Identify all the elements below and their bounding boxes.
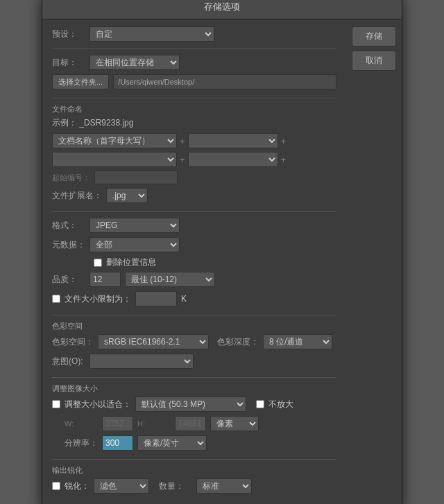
target-select[interactable]: 在相同位置存储 — [89, 55, 180, 70]
select-folder-button[interactable]: 选择文件夹... — [52, 74, 109, 89]
right-buttons: 存储 取消 — [346, 19, 402, 504]
serial-input[interactable] — [94, 171, 178, 184]
quality-desc-select[interactable]: 最佳 (10-12) — [125, 272, 215, 287]
preset-row: 预设： 自定 — [52, 26, 336, 42]
metadata-select[interactable]: 全部 — [89, 237, 180, 252]
preset-label: 预设： — [52, 28, 85, 40]
title-bar: 存储选项 — [42, 0, 402, 19]
h-input[interactable] — [175, 416, 206, 431]
resize-section-label: 调整图像大小 — [52, 383, 336, 394]
format-select[interactable]: JPEG — [89, 218, 180, 233]
limit-unit: K — [181, 294, 187, 304]
dialog: 存储选项 预设： 自定 目标： 在相同位置存储 选择文 — [42, 0, 402, 504]
no-enlarge-checkbox[interactable] — [256, 400, 264, 408]
main-panel: 预设： 自定 目标： 在相同位置存储 选择文件夹... /Users/qiwen… — [42, 19, 346, 504]
preset-select[interactable]: 自定 — [89, 26, 214, 42]
filename-preview: 示例： _DSR9238.jpg — [52, 117, 336, 129]
preview-value: _DSR9238.jpg — [79, 118, 133, 128]
format-section: 格式： JPEG 元数据： 全部 删除位置信息 品质： — [52, 218, 336, 306]
sharpen-select[interactable]: 滤色 — [94, 478, 149, 494]
dialog-title: 存储选项 — [204, 1, 240, 12]
limit-size-checkbox[interactable] — [52, 295, 60, 303]
sharpen-section-label: 输出锐化 — [52, 465, 336, 476]
res-unit-select[interactable]: 像素/英寸 — [137, 435, 207, 451]
target-section: 目标： 在相同位置存储 选择文件夹... /Users/qiwen/Deskto… — [52, 55, 336, 89]
serial-label: 起始编号： — [52, 173, 90, 183]
no-enlarge-label: 不放大 — [268, 399, 293, 410]
quality-input[interactable] — [89, 272, 121, 287]
plus2: + — [281, 136, 287, 146]
remove-location-label: 删除位置信息 — [106, 257, 156, 268]
format-label: 格式： — [52, 220, 85, 232]
target-label: 目标： — [52, 57, 85, 69]
res-label: 分辨率： — [65, 437, 98, 449]
color-space-section-label: 色彩空间 — [52, 321, 336, 331]
h-label: H: — [137, 419, 171, 428]
color-space-select[interactable]: sRGB IEC61966-2.1 — [98, 334, 209, 349]
sharpen-checkbox[interactable] — [52, 482, 60, 490]
path-display: /Users/qiwen/Desktop/ — [113, 74, 336, 89]
sharpen-section: 输出锐化 锐化： 滤色 数量： 标准 — [52, 465, 336, 494]
intent-select[interactable] — [89, 354, 194, 369]
unit-select[interactable]: 像素 — [210, 416, 259, 431]
filename-section-label: 文件命名 — [52, 104, 336, 114]
res-input[interactable] — [102, 435, 133, 451]
ext-label: 文件扩展名： — [52, 190, 102, 202]
plus1: + — [180, 136, 185, 146]
limit-size-input[interactable] — [135, 291, 177, 306]
w-input[interactable] — [102, 416, 133, 431]
filename-field3[interactable] — [52, 152, 177, 167]
color-space-label: 色彩空间： — [52, 336, 94, 348]
depth-label: 色彩深度： — [217, 336, 259, 348]
limit-size-label: 文件大小限制为： — [65, 293, 131, 305]
intent-label: 意图(O): — [52, 356, 85, 367]
filename-field1[interactable]: 文档名称（首字母大写） — [52, 133, 177, 148]
ext-select[interactable]: .jpg — [106, 188, 148, 203]
save-button[interactable]: 存储 — [352, 26, 396, 46]
resize-checkbox[interactable] — [52, 400, 60, 408]
filename-field2[interactable] — [188, 133, 278, 148]
resize-section: 调整图像大小 调整大小以适合： 默认值 (50.3 MP) 不放大 W: H: — [52, 383, 336, 451]
filename-field4[interactable] — [188, 152, 278, 167]
plus4: + — [281, 155, 287, 165]
color-space-section: 色彩空间 色彩空间： sRGB IEC61966-2.1 色彩深度： 8 位/通… — [52, 321, 336, 369]
w-label: W: — [65, 419, 98, 428]
cancel-button[interactable]: 取消 — [352, 51, 396, 71]
remove-location-checkbox[interactable] — [94, 259, 102, 267]
preview-label: 示例： — [52, 118, 77, 128]
amount-label: 数量： — [159, 480, 192, 492]
sharpen-label: 锐化： — [65, 480, 89, 492]
filename-section: 文件命名 示例： _DSR9238.jpg 文档名称（首字母大写） + + — [52, 104, 336, 203]
quality-label: 品质： — [52, 274, 85, 286]
metadata-label: 元数据： — [52, 239, 85, 251]
resize-fit-select[interactable]: 默认值 (50.3 MP) — [135, 397, 246, 412]
plus3: + — [180, 155, 185, 165]
depth-select[interactable]: 8 位/通道 — [263, 334, 332, 349]
resize-checkbox-label: 调整大小以适合： — [65, 399, 131, 410]
amount-select[interactable]: 标准 — [196, 478, 252, 494]
